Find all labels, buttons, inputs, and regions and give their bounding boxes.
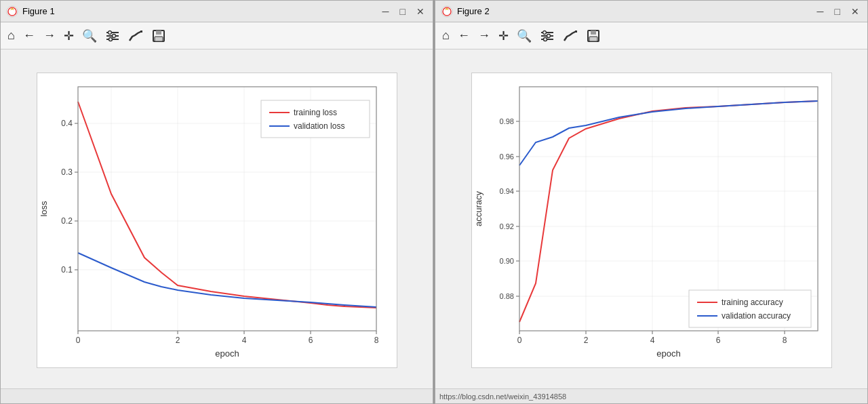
svg-text:0: 0 [75, 336, 80, 345]
figure1-pan-button[interactable]: ✛ [61, 27, 77, 45]
figure2-legend-validation: validation accuracy [722, 311, 791, 321]
svg-point-6 [112, 34, 115, 37]
svg-text:0.90: 0.90 [499, 257, 513, 265]
figure2-statusbar: https://blog.csdn.net/weixin_43914858 [435, 388, 867, 403]
svg-text:2: 2 [583, 336, 588, 345]
svg-text:0.96: 0.96 [499, 153, 513, 161]
svg-text:6: 6 [715, 336, 720, 345]
svg-text:8: 8 [374, 336, 378, 345]
figure2-home-button[interactable]: ⌂ [439, 27, 452, 44]
figure1-window: Figure 1 ─ □ ✕ ⌂ ← → ✛ 🔍 [0, 0, 433, 404]
svg-rect-10 [155, 37, 163, 41]
figure1-chart: 0.1 0.2 0.3 0.4 0 2 4 6 8 [37, 73, 397, 368]
svg-text:0.4: 0.4 [61, 119, 73, 128]
svg-text:0.98: 0.98 [499, 117, 513, 125]
figure1-statusbar [1, 388, 433, 403]
svg-rect-39 [261, 100, 370, 138]
figure1-window-controls: ─ □ ✕ [380, 7, 427, 16]
figure1-close-button[interactable]: ✕ [414, 7, 427, 16]
figure2-settings-icon [540, 28, 555, 43]
svg-text:0: 0 [517, 336, 521, 345]
figure2-back-button[interactable]: ← [455, 27, 473, 44]
figure2-xlabel: epoch [656, 348, 680, 359]
svg-point-49 [543, 37, 547, 41]
figure2-chart-area: 0.88 0.90 0.92 0.94 0.96 0.98 0 2 4 6 8 [435, 49, 867, 388]
figure2-legend-training: training accuracy [722, 298, 783, 307]
figure2-settings-button[interactable] [537, 27, 557, 45]
svg-point-7 [108, 37, 112, 41]
figure1-legend-validation: validation loss [294, 121, 344, 131]
figure1-minimize-button[interactable]: ─ [380, 7, 392, 16]
figure2-close-button[interactable]: ✕ [848, 7, 862, 16]
figure2-maximize-button[interactable]: □ [832, 7, 843, 16]
figure2-title: Figure 2 [457, 6, 490, 16]
figure2-forward-button[interactable]: → [475, 27, 493, 44]
figure1-xlabel: epoch [215, 348, 239, 359]
figure1-legend-training: training loss [294, 108, 337, 117]
svg-text:4: 4 [241, 336, 246, 345]
figure1-save-button[interactable] [149, 27, 169, 45]
svg-text:0.1: 0.1 [61, 265, 73, 275]
figure1-home-button[interactable]: ⌂ [5, 27, 18, 44]
figure2-toolbar: ⌂ ← → ✛ 🔍 [435, 22, 867, 49]
figure1-titlebar: Figure 1 ─ □ ✕ [1, 1, 433, 22]
svg-point-48 [547, 34, 550, 37]
svg-text:0.88: 0.88 [499, 292, 513, 300]
svg-point-5 [108, 31, 111, 34]
svg-text:0.92: 0.92 [499, 222, 513, 230]
figure1-zoom-button[interactable]: 🔍 [79, 27, 100, 45]
figure1-save-icon [151, 28, 166, 43]
figure2-save-icon [586, 28, 601, 43]
figure1-ylabel: loss [39, 201, 49, 217]
svg-text:6: 6 [308, 336, 313, 345]
figure1-title: Figure 1 [22, 6, 55, 16]
figure2-autoscale-button[interactable] [560, 27, 580, 45]
figure1-back-button[interactable]: ← [20, 27, 38, 44]
figure2-window-controls: ─ □ ✕ [814, 7, 862, 16]
svg-text:0.2: 0.2 [61, 216, 73, 226]
figure2-title-left: Figure 2 [441, 5, 490, 18]
svg-rect-51 [591, 31, 596, 35]
figure1-autoscale-icon [128, 28, 143, 43]
figure2-pan-button[interactable]: ✛ [496, 27, 511, 45]
svg-text:4: 4 [650, 336, 654, 345]
figure1-settings-button[interactable] [102, 27, 123, 45]
figure1-app-icon [6, 5, 18, 18]
svg-text:0.3: 0.3 [61, 167, 73, 177]
figure2-titlebar: Figure 2 ─ □ ✕ [435, 1, 867, 22]
figure2-ylabel: accuracy [473, 190, 484, 226]
figure1-toolbar: ⌂ ← → ✛ 🔍 [1, 22, 433, 49]
figure1-forward-button[interactable]: → [41, 27, 58, 44]
figure2-minimize-button[interactable]: ─ [814, 7, 827, 16]
svg-rect-52 [589, 37, 597, 41]
svg-text:0.94: 0.94 [499, 187, 513, 195]
svg-point-47 [542, 31, 546, 34]
svg-rect-87 [689, 290, 811, 327]
figure2-status-text: https://blog.csdn.net/weixin_43914858 [439, 392, 566, 401]
figure1-title-left: Figure 1 [6, 5, 55, 18]
svg-rect-9 [156, 31, 161, 35]
figure2-zoom-button[interactable]: 🔍 [514, 27, 534, 45]
figure1-chart-area: 0.1 0.2 0.3 0.4 0 2 4 6 8 [1, 49, 433, 388]
figure1-maximize-button[interactable]: □ [397, 7, 408, 16]
figure2-chart: 0.88 0.90 0.92 0.94 0.96 0.98 0 2 4 6 8 [471, 73, 832, 368]
figure2-autoscale-icon [563, 28, 578, 43]
figure2-window: Figure 2 ─ □ ✕ ⌂ ← → ✛ 🔍 [435, 0, 868, 404]
figure1-autoscale-button[interactable] [125, 27, 146, 45]
figure2-app-icon [441, 5, 453, 18]
figure2-save-button[interactable] [583, 27, 604, 45]
svg-text:8: 8 [782, 336, 787, 345]
svg-text:2: 2 [175, 336, 180, 345]
figure1-settings-icon [105, 28, 120, 43]
